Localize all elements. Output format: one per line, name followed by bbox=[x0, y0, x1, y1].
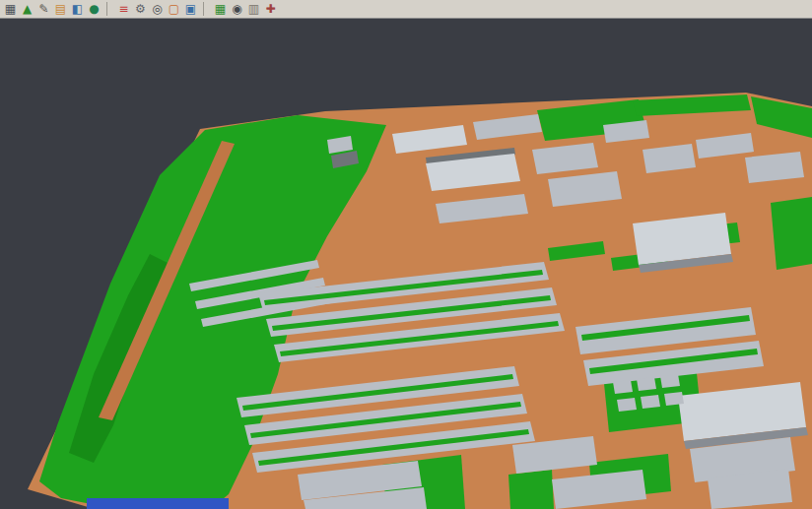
cross-icon[interactable]: ✚ bbox=[262, 1, 279, 17]
container-2 bbox=[637, 377, 656, 391]
container-4 bbox=[617, 398, 637, 412]
green-grid-icon[interactable]: ▦ bbox=[212, 1, 229, 17]
container-6 bbox=[664, 392, 684, 406]
dashed-box-icon[interactable]: ▢ bbox=[166, 1, 182, 17]
vegetation-bottom-2 bbox=[508, 470, 554, 509]
toolbar-separator-2 bbox=[203, 2, 210, 16]
vegetation-right-edge bbox=[771, 197, 812, 270]
box-dot-icon[interactable]: ▣ bbox=[182, 1, 199, 17]
background-window-strip bbox=[87, 498, 229, 509]
rows-icon[interactable]: ▥ bbox=[245, 1, 262, 17]
half-shade-icon[interactable]: ◧ bbox=[69, 1, 86, 17]
scene-canvas bbox=[0, 0, 812, 509]
terrain-triangle-icon[interactable]: ▲ bbox=[19, 1, 35, 17]
pencil-icon[interactable]: ✎ bbox=[35, 1, 52, 17]
disk-icon[interactable]: ◉ bbox=[229, 1, 245, 17]
layers-icon[interactable]: ▤ bbox=[52, 1, 69, 17]
target-icon[interactable]: ◎ bbox=[149, 1, 166, 17]
container-5 bbox=[641, 395, 660, 409]
globe-icon[interactable]: ● bbox=[86, 1, 102, 17]
viewport-3d[interactable] bbox=[0, 0, 812, 509]
container-3 bbox=[660, 374, 680, 388]
application-window: ▦▲✎▤◧●≡⚙◎▢▣▦◉▥✚ bbox=[0, 0, 812, 509]
red-lines-icon[interactable]: ≡ bbox=[115, 1, 132, 17]
toolbar-separator-1 bbox=[106, 2, 113, 16]
toolbar: ▦▲✎▤◧●≡⚙◎▢▣▦◉▥✚ bbox=[0, 0, 812, 19]
grid-icon[interactable]: ▦ bbox=[2, 1, 19, 17]
gear-icon[interactable]: ⚙ bbox=[132, 1, 149, 17]
container-1 bbox=[613, 380, 633, 394]
